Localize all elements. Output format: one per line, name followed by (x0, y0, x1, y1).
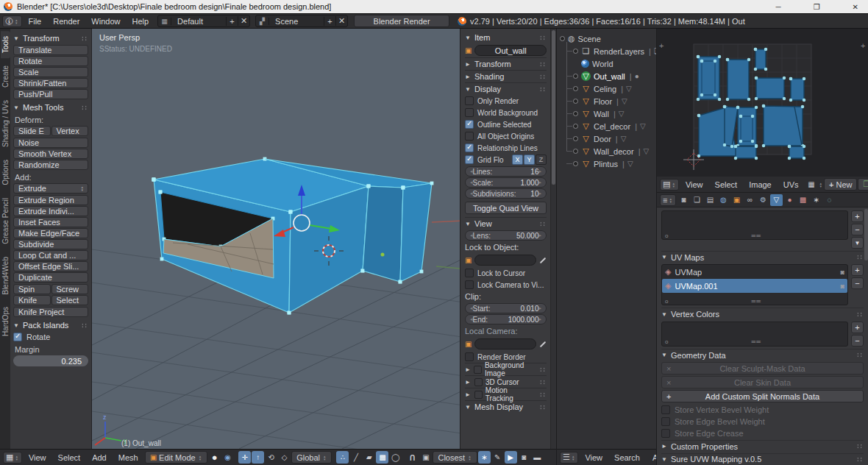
screen-layout-selector[interactable]: ▦ Default + ✕ (157, 15, 250, 27)
outliner-item[interactable]: World | (564, 57, 655, 70)
vertex-colors-list[interactable]: o══ (661, 322, 848, 347)
uv-map-row[interactable]: ◈UVMap◙ (662, 265, 847, 279)
view-checkbox-row[interactable]: Lock Camera to Vi... (465, 279, 547, 291)
expander-icon[interactable] (573, 149, 578, 154)
manipulator-toggle[interactable]: ✛ (238, 451, 251, 464)
margin-slider[interactable]: 0.235 (13, 355, 88, 366)
editor-type-button[interactable]: ▦▴▾ (3, 452, 22, 464)
delete-layout-button[interactable]: ✕ (238, 16, 249, 26)
properties-tab[interactable]: ▤ (704, 194, 716, 206)
knife-project-button[interactable]: Knife Project (13, 307, 88, 317)
outliner-item[interactable]: Door | (564, 132, 655, 145)
expander-icon[interactable] (573, 86, 578, 91)
mesh-tools-panel-header[interactable]: ▼Mesh Tools (13, 102, 88, 113)
display-checkbox-row[interactable]: Outline Selected (465, 118, 547, 130)
remove-uv-map-button[interactable]: − (851, 277, 864, 289)
panel-checkbox[interactable] (474, 378, 483, 386)
viewport-menu[interactable]: Select (52, 453, 87, 462)
panel-grip-icon[interactable] (856, 444, 864, 449)
properties-tab[interactable]: ▣ (730, 194, 743, 206)
snap-toggle-button[interactable]: U (406, 451, 419, 464)
brush-icon-button[interactable]: ✎ (491, 451, 504, 464)
eyedropper-icon[interactable] (540, 257, 546, 263)
view-checkbox-row[interactable]: Lock to Cursor (465, 267, 547, 279)
object-name[interactable]: RenderLayers (594, 47, 644, 56)
tool-button[interactable]: Rotate (13, 56, 88, 66)
object-name[interactable]: World (592, 60, 613, 68)
opengl-render-anim-button[interactable]: ▬ (531, 451, 544, 464)
pack-islands-panel-header[interactable]: ▼Pack Islands (13, 319, 88, 331)
viewport-menu[interactable]: Mesh (113, 453, 144, 462)
expander-icon[interactable] (573, 161, 578, 166)
shelf-tab[interactable]: Grease Pencil (1, 193, 10, 249)
tool-button[interactable]: Offset Edge Sli... (13, 261, 88, 271)
active-object-field[interactable]: ▣Out_wall (465, 45, 547, 56)
properties-tab[interactable]: ● (783, 194, 796, 206)
checkbox[interactable] (465, 120, 474, 129)
checkbox[interactable] (661, 429, 670, 438)
add-uv-map-button[interactable]: + (851, 264, 864, 276)
expander-icon[interactable] (573, 74, 578, 79)
collapsed-panel-header[interactable]: ►Background Image (465, 363, 547, 375)
shading-panel-header[interactable]: ►Shading (465, 70, 547, 82)
panel-grip-icon[interactable] (539, 221, 547, 227)
checkbox[interactable] (13, 333, 22, 341)
close-button[interactable]: ✕ (853, 3, 858, 11)
checkbox[interactable] (465, 108, 474, 117)
outliner-scene-row[interactable]: ◍ Scene (560, 32, 655, 45)
panel-grip-icon[interactable] (81, 105, 88, 110)
object-name[interactable]: Celing (594, 85, 616, 93)
panel-checkbox[interactable] (474, 366, 482, 374)
tool-button[interactable]: Vertex (51, 126, 89, 136)
opengl-render-button[interactable]: ◙ (518, 451, 530, 464)
object-ghost-icon[interactable] (626, 85, 632, 93)
clip-field[interactable]: ◂Start:0.010▸ (465, 303, 547, 313)
tool-button[interactable]: Shrink/Fatten (13, 78, 88, 88)
tool-button[interactable]: Knife (13, 295, 51, 305)
uv-menu[interactable]: View (680, 180, 709, 189)
object-ghost-icon[interactable] (627, 160, 633, 168)
display-checkbox-row[interactable]: Only Render (465, 95, 547, 107)
list-resize-grip[interactable]: ══ (752, 298, 761, 305)
shelf-tab[interactable]: Options (1, 155, 10, 190)
properties-tab[interactable]: ⚙ (757, 194, 769, 206)
orientation-selector[interactable]: Global▴▾ (291, 451, 332, 464)
tool-button[interactable]: Loop Cut and ... (13, 250, 88, 260)
tool-button[interactable]: Make Edge/Face (13, 228, 88, 238)
extrude-button[interactable]: Extrude▴▾ (13, 183, 88, 194)
uv-canvas[interactable]: + + (657, 29, 868, 176)
eyedropper-icon[interactable] (540, 341, 546, 347)
outliner-item[interactable]: Wall | (564, 107, 655, 120)
object-name[interactable]: Wall (594, 110, 609, 118)
infobar-menu[interactable]: Render (47, 17, 85, 26)
object-ghost-icon[interactable] (621, 135, 627, 143)
uv-maps-list[interactable]: ◈UVMap◙◈UVMap.001◙ o══ (661, 264, 848, 305)
lens-field[interactable]: ◂Lens:50.000▸ (465, 230, 547, 241)
uv-maps-panel-header[interactable]: ▼UV Maps (661, 251, 864, 263)
render-camera-icon[interactable]: ◙ (841, 269, 844, 276)
geometry-checkbox-row[interactable]: Store Edge Crease (661, 427, 864, 439)
uv-menu[interactable]: Select (709, 180, 744, 189)
starburst-icon-button[interactable]: ∗ (478, 451, 491, 464)
display-checkbox-row[interactable]: World Background (465, 107, 547, 118)
tool-button[interactable]: Extrude Indivi... (13, 206, 88, 216)
checkbox[interactable] (465, 352, 474, 361)
npanel-scrollbar[interactable] (550, 29, 556, 449)
delete-scene-button[interactable]: ✕ (335, 16, 347, 26)
view-panel-header[interactable]: ▼View (465, 217, 547, 230)
panel-grip-icon[interactable] (539, 62, 547, 67)
properties-tab[interactable]: ∞ (744, 194, 756, 206)
face-select-button[interactable]: ▰ (363, 451, 375, 464)
editor-type-button[interactable]: ☰▴▾ (560, 452, 578, 464)
panel-grip-icon[interactable] (856, 352, 864, 358)
list-resize-grip[interactable]: ══ (752, 338, 761, 345)
properties-tab[interactable]: ◌ (823, 194, 836, 206)
expander-icon[interactable] (573, 49, 578, 54)
properties-tab[interactable]: ▩ (797, 194, 809, 206)
geometry-data-button[interactable]: +Add Custom Split Normals Data (661, 390, 864, 402)
checkbox[interactable] (465, 155, 474, 164)
vertex-groups-list[interactable]: o══ (661, 210, 848, 240)
scene-name[interactable]: Scene (578, 35, 601, 43)
uv-map-row[interactable]: ◈UVMap.001◙ (662, 279, 847, 293)
panel-grip-icon[interactable] (856, 312, 864, 317)
